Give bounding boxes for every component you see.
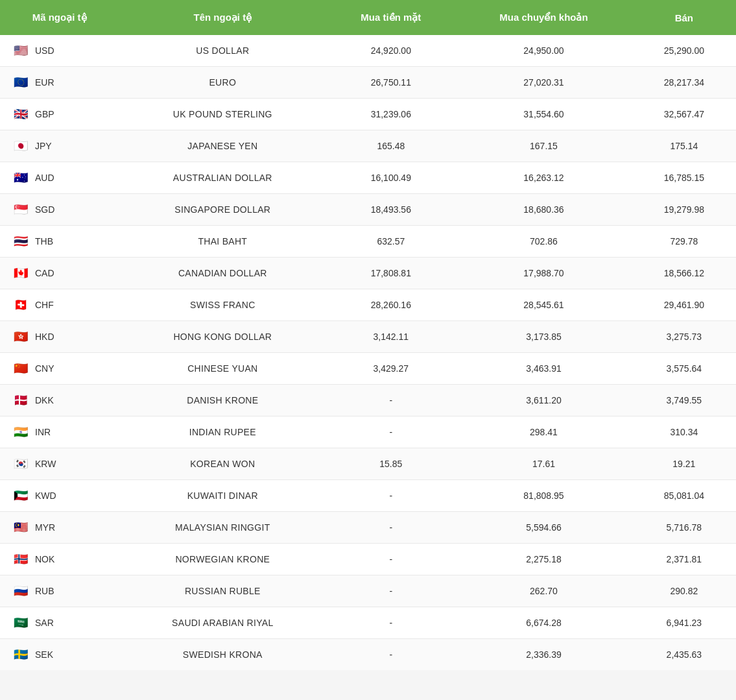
flag-icon: 🇨🇭 [12, 298, 30, 311]
currency-code: RUB [35, 586, 54, 596]
currency-code-cell: 🇪🇺 EUR [0, 67, 119, 99]
table-row: 🇬🇧 GBP UK POUND STERLING31,239.0631,554.… [0, 99, 736, 130]
currency-code: JPY [35, 141, 52, 151]
currency-name: KOREAN WON [119, 448, 326, 480]
table-row: 🇦🇺 AUD AUSTRALIAN DOLLAR16,100.4916,263.… [0, 162, 736, 194]
currency-code-cell: 🇺🇸 USD [0, 35, 119, 67]
flag-icon: 🇯🇵 [12, 139, 30, 152]
currency-code-cell: 🇸🇦 SAR [0, 607, 119, 639]
buy-cash-price: - [326, 416, 455, 448]
buy-transfer-price: 3,173.85 [455, 321, 632, 353]
currency-code: USD [35, 45, 54, 56]
sell-price: 19,279.98 [632, 194, 736, 226]
buy-transfer-price: 2,336.39 [455, 639, 632, 671]
buy-transfer-price: 6,674.28 [455, 607, 632, 639]
flag-icon: 🇺🇸 [12, 44, 30, 57]
currency-code-cell: 🇲🇾 MYR [0, 512, 119, 544]
currency-name: EURO [119, 67, 326, 99]
buy-cash-price: 26,750.11 [326, 67, 455, 99]
sell-price: 6,941.23 [632, 607, 736, 639]
currency-code-cell: 🇳🇴 NOK [0, 544, 119, 575]
table-row: 🇯🇵 JPY JAPANESE YEN165.48167.15175.14 [0, 130, 736, 162]
currency-name: US DOLLAR [119, 35, 326, 67]
sell-price: 29,461.90 [632, 289, 736, 321]
flag-icon: 🇸🇬 [12, 203, 30, 216]
flag-icon: 🇬🇧 [12, 108, 30, 121]
buy-transfer-price: 167.15 [455, 130, 632, 162]
buy-transfer-price: 298.41 [455, 416, 632, 448]
buy-transfer-price: 18,680.36 [455, 194, 632, 226]
flag-icon: 🇳🇴 [12, 553, 30, 566]
currency-name: SINGAPORE DOLLAR [119, 194, 326, 226]
currency-code-cell: 🇸🇪 SEK [0, 639, 119, 671]
currency-code: SAR [35, 618, 54, 628]
currency-code: INR [35, 427, 51, 437]
sell-price: 729.78 [632, 226, 736, 258]
currency-name: AUSTRALIAN DOLLAR [119, 162, 326, 194]
table-row: 🇪🇺 EUR EURO26,750.1127,020.3128,217.34 [0, 67, 736, 99]
buy-cash-price: 18,493.56 [326, 194, 455, 226]
currency-code-cell: 🇮🇳 INR [0, 416, 119, 448]
buy-cash-price: 31,239.06 [326, 99, 455, 130]
buy-transfer-price: 702.86 [455, 226, 632, 258]
currency-code-cell: 🇨🇳 CNY [0, 353, 119, 385]
flag-icon: 🇰🇼 [12, 489, 30, 502]
currency-code-cell: 🇦🇺 AUD [0, 162, 119, 194]
table-row: 🇨🇭 CHF SWISS FRANC28,260.1628,545.6129,4… [0, 289, 736, 321]
table-row: 🇳🇴 NOK NORWEGIAN KRONE-2,275.182,371.81 [0, 544, 736, 575]
sell-price: 3,575.64 [632, 353, 736, 385]
sell-price: 85,081.04 [632, 480, 736, 512]
buy-cash-price: - [326, 607, 455, 639]
buy-cash-price: - [326, 480, 455, 512]
currency-name: SWEDISH KRONA [119, 639, 326, 671]
currency-code-cell: 🇩🇰 DKK [0, 385, 119, 416]
currency-name: JAPANESE YEN [119, 130, 326, 162]
header-name: Tên ngoại tệ [119, 0, 326, 35]
currency-code: KRW [35, 459, 56, 469]
table-row: 🇹🇭 THB THAI BAHT632.57702.86729.78 [0, 226, 736, 258]
flag-icon: 🇦🇺 [12, 171, 30, 184]
table-row: 🇨🇦 CAD CANADIAN DOLLAR17,808.8117,988.70… [0, 258, 736, 289]
currency-name: CHINESE YUAN [119, 353, 326, 385]
flag-icon: 🇷🇺 [12, 585, 30, 597]
buy-cash-price: 15.85 [326, 448, 455, 480]
table-row: 🇭🇰 HKD HONG KONG DOLLAR3,142.113,173.853… [0, 321, 736, 353]
table-row: 🇩🇰 DKK DANISH KRONE-3,611.203,749.55 [0, 385, 736, 416]
sell-price: 19.21 [632, 448, 736, 480]
currency-name: HONG KONG DOLLAR [119, 321, 326, 353]
table-row: 🇮🇳 INR INDIAN RUPEE-298.41310.34 [0, 416, 736, 448]
currency-code: MYR [35, 522, 55, 533]
table-row: 🇲🇾 MYR MALAYSIAN RINGGIT-5,594.665,716.7… [0, 512, 736, 544]
currency-code: CNY [35, 363, 54, 374]
table-row: 🇷🇺 RUB RUSSIAN RUBLE-262.70290.82 [0, 575, 736, 607]
buy-transfer-price: 17.61 [455, 448, 632, 480]
header-buy-transfer: Mua chuyển khoản [455, 0, 632, 35]
buy-cash-price: 3,429.27 [326, 353, 455, 385]
buy-transfer-price: 16,263.12 [455, 162, 632, 194]
currency-code-cell: 🇰🇼 KWD [0, 480, 119, 512]
sell-price: 18,566.12 [632, 258, 736, 289]
currency-code: SGD [35, 204, 54, 215]
buy-transfer-price: 2,275.18 [455, 544, 632, 575]
currency-name: SWISS FRANC [119, 289, 326, 321]
currency-code: SEK [35, 649, 53, 660]
sell-price: 16,785.15 [632, 162, 736, 194]
buy-cash-price: - [326, 544, 455, 575]
buy-transfer-price: 81,808.95 [455, 480, 632, 512]
table-row: 🇺🇸 USD US DOLLAR24,920.0024,950.0025,290… [0, 35, 736, 67]
table-row: 🇸🇬 SGD SINGAPORE DOLLAR18,493.5618,680.3… [0, 194, 736, 226]
currency-name: INDIAN RUPEE [119, 416, 326, 448]
header-sell: Bán [632, 0, 736, 35]
buy-transfer-price: 17,988.70 [455, 258, 632, 289]
currency-code: HKD [35, 332, 54, 342]
flag-icon: 🇸🇦 [12, 616, 30, 629]
buy-cash-price: 24,920.00 [326, 35, 455, 67]
sell-price: 2,435.63 [632, 639, 736, 671]
buy-cash-price: 3,142.11 [326, 321, 455, 353]
currency-code: NOK [35, 554, 54, 564]
header-code: Mã ngoại tệ [0, 0, 119, 35]
flag-icon: 🇨🇦 [12, 267, 30, 280]
sell-price: 3,749.55 [632, 385, 736, 416]
flag-icon: 🇪🇺 [12, 76, 30, 89]
flag-icon: 🇰🇷 [12, 457, 30, 470]
